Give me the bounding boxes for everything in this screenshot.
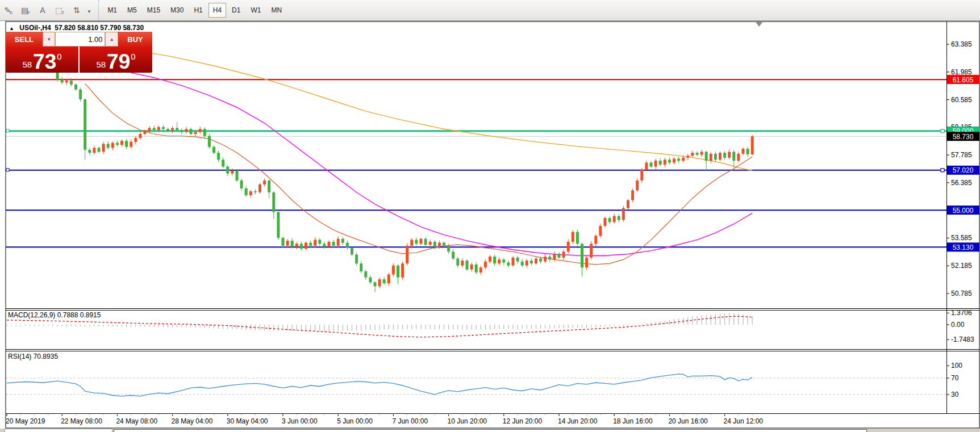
tools-dropdown-caret-icon[interactable]: ▼	[87, 9, 91, 14]
drawing-tools-group: ✎E▤FA⬚T⇅▼	[0, 5, 91, 15]
svg-text:28 May 04:00: 28 May 04:00	[172, 417, 213, 425]
buy-price-prefix: 58	[96, 60, 106, 69]
svg-text:55.000: 55.000	[953, 207, 974, 215]
svg-text:56.385: 56.385	[951, 179, 972, 187]
timeframe-d1-button[interactable]: D1	[227, 3, 245, 18]
volume-decrease-button[interactable]: ▼	[43, 32, 56, 47]
buy-price-sup: 0	[131, 52, 135, 61]
bottom-scroll-strip	[0, 429, 980, 432]
svg-text:10 Jun 20:00: 10 Jun 20:00	[448, 417, 487, 425]
svg-text:61.985: 61.985	[951, 68, 972, 76]
text-tool-button[interactable]: ⬚T	[52, 2, 68, 18]
timeframe-w1-button[interactable]: W1	[246, 3, 265, 18]
rsi-indicator-label: RSI(14) 70.8935	[8, 353, 58, 360]
buy-button[interactable]: BUY	[118, 32, 152, 47]
arrange-tools-icon: ⇅	[73, 6, 80, 15]
chart-window: 63.38561.98560.58559.18557.78556.38553.5…	[0, 21, 980, 432]
svg-text:20 May 2019: 20 May 2019	[6, 417, 45, 425]
svg-text:57.785: 57.785	[951, 151, 972, 159]
sell-price-sup: 0	[57, 52, 61, 61]
sell-price-display[interactable]: 58 73 0	[6, 47, 80, 73]
sell-price-big: 73	[33, 52, 56, 71]
collapse-arrow-icon[interactable]: ▲	[9, 26, 14, 31]
svg-text:1.3706: 1.3706	[951, 309, 972, 317]
toolbar: ✎E▤FA⬚T⇅▼ M1M5M15M30H1H4D1W1MN	[0, 0, 980, 21]
svg-text:14 Jun 20:00: 14 Jun 20:00	[558, 417, 598, 425]
timeframe-h1-button[interactable]: H1	[189, 3, 207, 18]
svg-text:61.605: 61.605	[953, 76, 974, 84]
svg-text:63.385: 63.385	[951, 40, 972, 48]
fibonacci-tools-button[interactable]: ▤F	[18, 2, 34, 18]
sell-button[interactable]: SELL	[6, 32, 43, 47]
svg-text:30 May 04:00: 30 May 04:00	[227, 417, 268, 425]
one-click-trading-panel: SELL ▼ ▲ BUY 58 73 0 58 79 0	[6, 32, 152, 73]
svg-text:24 May 08:00: 24 May 08:00	[116, 417, 157, 425]
svg-text:20 Jun 16:00: 20 Jun 16:00	[668, 417, 708, 425]
svg-text:60.585: 60.585	[951, 96, 972, 104]
svg-text:18 Jun 16:00: 18 Jun 16:00	[613, 417, 653, 425]
svg-text:53.585: 53.585	[951, 234, 972, 242]
svg-text:100: 100	[951, 362, 962, 370]
svg-text:3 Jun 00:00: 3 Jun 00:00	[282, 417, 318, 425]
timeframe-m30-button[interactable]: M30	[166, 3, 188, 18]
svg-text:-1.7483: -1.7483	[951, 335, 974, 343]
chart-title: ▲ USOil-,H4 57.820 58.810 57.790 58.730	[9, 24, 144, 32]
svg-text:70: 70	[951, 374, 959, 382]
svg-text:58.730: 58.730	[953, 133, 974, 141]
chart-canvas[interactable]: 63.38561.98560.58559.18557.78556.38553.5…	[0, 21, 980, 432]
svg-text:24 Jun 12:00: 24 Jun 12:00	[724, 417, 764, 425]
timeframe-m15-button[interactable]: M15	[143, 3, 165, 18]
svg-text:53.130: 53.130	[953, 244, 974, 251]
label-tool-icon: A	[40, 6, 45, 15]
draw-tools-button[interactable]: ✎E	[1, 2, 16, 18]
window-tab-stub[interactable]	[5, 429, 112, 432]
arrange-tools-button[interactable]: ⇅	[69, 2, 85, 18]
symbol-label: USOil-,H4	[19, 24, 51, 32]
volume-increase-button[interactable]: ▲	[105, 32, 118, 47]
svg-text:7 Jun 00:00: 7 Jun 00:00	[392, 417, 428, 425]
svg-text:22 May 08:00: 22 May 08:00	[61, 417, 102, 425]
svg-text:57.020: 57.020	[953, 166, 974, 174]
horizontal-scrollbar[interactable]	[114, 429, 867, 432]
svg-text:12 Jun 20:00: 12 Jun 20:00	[503, 417, 543, 425]
buy-price-big: 79	[107, 52, 130, 71]
timeframe-mn-button[interactable]: MN	[266, 3, 286, 18]
timeframe-group: M1M5M15M30H1H4D1W1MN	[98, 0, 287, 20]
svg-text:30: 30	[951, 391, 959, 399]
timeframe-m1-button[interactable]: M1	[103, 3, 122, 18]
svg-text:52.185: 52.185	[951, 262, 972, 270]
buy-price-display[interactable]: 58 79 0	[80, 47, 152, 73]
svg-text:0.00: 0.00	[951, 321, 965, 329]
macd-indicator-label: MACD(12,26,9) 0.7888 0.8915	[8, 311, 101, 319]
ohlc-values: 57.820 58.810 57.790 58.730	[55, 24, 144, 32]
sell-price-prefix: 58	[22, 60, 32, 69]
timeframe-h4-button[interactable]: H4	[208, 3, 226, 18]
svg-text:5 Jun 00:00: 5 Jun 00:00	[337, 417, 373, 425]
timeframe-m5-button[interactable]: M5	[123, 3, 141, 18]
label-tool-button[interactable]: A	[35, 2, 51, 18]
volume-input[interactable]	[55, 32, 105, 47]
svg-text:50.785: 50.785	[951, 290, 972, 297]
